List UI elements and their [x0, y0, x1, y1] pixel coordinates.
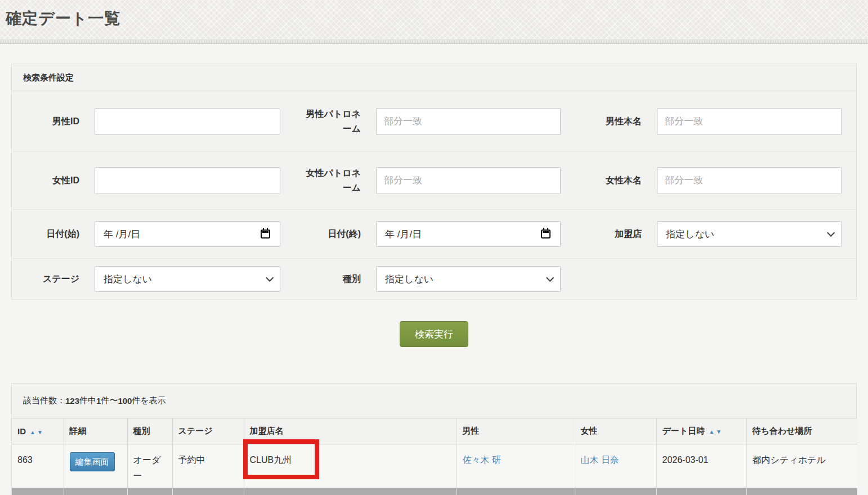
search-submit-button[interactable]: 検索実行 [400, 321, 468, 347]
merchant-label: 加盟店 [561, 227, 657, 241]
date-end-input[interactable]: 年 /月/日 [376, 221, 561, 247]
column-header-place: 待ち合わせ場所 [746, 418, 857, 444]
column-header-male: 男性 [457, 418, 575, 444]
result-count: 該当件数：123件中1件〜100件を表示 [12, 384, 856, 418]
cell-place: 都内シティホテル [746, 444, 857, 488]
search-panel: 検索条件設定 男性ID 男性パトロネーム 男性本名 女性ID 女性パトロネーム … [11, 64, 857, 300]
search-row-male: 男性ID 男性パトロネーム 男性本名 [12, 91, 856, 151]
cell-type: オーダー [127, 444, 172, 488]
cell-merchant: CLUB九州 [244, 444, 457, 488]
cell-stage: 予約中 [172, 444, 244, 488]
female-id-input[interactable] [95, 167, 280, 194]
column-header-female: 女性 [575, 418, 656, 444]
date-start-label: 日付(始) [12, 227, 95, 241]
results-table: ID▲▼ 詳細 種別 ステージ 加盟店名 男性 女性 デート日時▲▼ 待ち合わせ… [12, 418, 857, 495]
stage-select[interactable]: 指定しない [95, 266, 280, 292]
female-patroname-label: 女性パトロネーム [280, 166, 376, 195]
page-header: 確定デート一覧 [0, 0, 868, 39]
male-realname-input[interactable] [657, 108, 842, 135]
chevron-down-icon [827, 229, 835, 237]
column-header-merchant: 加盟店名 [244, 418, 457, 444]
page-title: 確定デート一覧 [6, 8, 868, 29]
male-patroname-label: 男性パトロネーム [280, 107, 376, 136]
male-realname-label: 男性本名 [561, 114, 657, 129]
search-panel-title: 検索条件設定 [12, 64, 856, 91]
date-start-value: 年 /月/日 [104, 228, 140, 241]
merchant-select[interactable]: 指定しない [657, 221, 842, 247]
cell-female: 山木 日奈 [575, 444, 656, 488]
sort-desc-icon[interactable]: ▼ [716, 429, 722, 435]
male-id-input[interactable] [95, 108, 280, 135]
stage-label: ステージ [12, 272, 95, 286]
female-id-label: 女性ID [12, 173, 95, 188]
date-start-input[interactable]: 年 /月/日 [95, 221, 280, 247]
male-patroname-input[interactable] [376, 108, 561, 135]
cell-detail: 編集画面 [64, 444, 127, 488]
table-header-row: ID▲▼ 詳細 種別 ステージ 加盟店名 男性 女性 デート日時▲▼ 待ち合わせ… [12, 418, 857, 444]
stage-select-value: 指定しない [104, 273, 152, 286]
female-realname-input[interactable] [657, 167, 842, 194]
calendar-icon[interactable] [261, 230, 270, 238]
column-header-detail: 詳細 [64, 418, 127, 444]
column-header-stage: ステージ [172, 418, 244, 444]
merchant-select-value: 指定しない [666, 228, 714, 241]
table-row: 863 編集画面 オーダー 予約中 CLUB九州 佐々木 研 山木 日奈 202… [12, 444, 857, 488]
column-header-type: 種別 [127, 418, 172, 444]
column-header-datetime: デート日時▲▼ [656, 418, 746, 444]
type-select-value: 指定しない [385, 273, 433, 286]
type-label: 種別 [280, 272, 376, 286]
cell-datetime: 2026-03-01 [656, 444, 746, 488]
sort-asc-icon[interactable]: ▲ [30, 429, 35, 435]
column-header-id: ID▲▼ [12, 418, 64, 444]
sort-asc-icon[interactable]: ▲ [709, 429, 714, 435]
female-name-link[interactable]: 山木 日奈 [581, 455, 619, 465]
male-id-label: 男性ID [12, 114, 95, 129]
edit-screen-button[interactable]: 編集画面 [70, 452, 115, 471]
search-row-date: 日付(始) 年 /月/日 日付(終) 年 /月/日 加盟店 指定しない [12, 209, 856, 258]
cell-id: 863 [12, 444, 64, 488]
male-name-link[interactable]: 佐々木 研 [463, 455, 501, 465]
sort-desc-icon[interactable]: ▼ [37, 429, 43, 435]
calendar-icon[interactable] [541, 230, 551, 238]
type-select[interactable]: 指定しない [376, 266, 561, 292]
results-panel: 該当件数：123件中1件〜100件を表示 ID▲▼ 詳細 種別 ステージ 加盟店… [11, 383, 857, 495]
table-row-partial [12, 488, 857, 495]
date-end-value: 年 /月/日 [385, 228, 422, 241]
female-patroname-input[interactable] [376, 167, 561, 194]
search-row-stage: ステージ 指定しない 種別 指定しない [12, 258, 856, 299]
header-divider [0, 39, 868, 44]
search-row-female: 女性ID 女性パトロネーム 女性本名 [12, 151, 856, 209]
female-realname-label: 女性本名 [561, 173, 657, 188]
cell-male: 佐々木 研 [457, 444, 575, 488]
chevron-down-icon [546, 274, 554, 282]
chevron-down-icon [266, 274, 274, 282]
date-end-label: 日付(終) [280, 227, 376, 241]
